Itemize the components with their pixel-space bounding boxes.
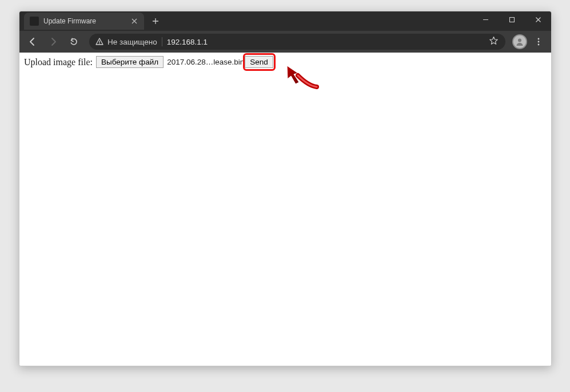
choose-file-button[interactable]: Выберите файл xyxy=(96,56,164,68)
upload-label: Upload image file: xyxy=(24,57,93,67)
titlebar: Update Firmware xyxy=(19,11,551,31)
svg-point-1 xyxy=(99,43,100,45)
browser-window: Update Firmware xyxy=(19,11,552,366)
toolbar: Не защищено 192.168.1.1 xyxy=(19,31,551,53)
security-indicator[interactable]: Не защищено xyxy=(95,37,157,46)
tab-active[interactable]: Update Firmware xyxy=(24,13,144,30)
svg-point-3 xyxy=(538,38,540,40)
svg-point-5 xyxy=(538,44,540,46)
selected-file-name: 2017.06.28…lease.bin xyxy=(167,58,244,66)
close-button[interactable] xyxy=(525,11,551,28)
svg-rect-0 xyxy=(509,18,514,22)
profile-avatar[interactable] xyxy=(512,34,527,49)
minimize-button[interactable] xyxy=(472,11,499,28)
avatar-icon xyxy=(513,35,526,48)
not-secure-label: Не защищено xyxy=(107,38,157,46)
reload-button[interactable] xyxy=(65,33,82,50)
tab-close-icon[interactable] xyxy=(130,17,138,25)
annotation-highlight: Send xyxy=(246,56,273,68)
separator xyxy=(162,37,162,46)
svg-point-2 xyxy=(518,39,521,42)
maximize-button[interactable] xyxy=(499,11,525,28)
tab-title: Update Firmware xyxy=(43,17,126,25)
upload-form: Upload image file: Выберите файл 2017.06… xyxy=(24,56,547,68)
page-content: Upload image file: Выберите файл 2017.06… xyxy=(19,53,551,366)
tabs-row: Update Firmware xyxy=(24,11,164,31)
send-button[interactable]: Send xyxy=(245,56,273,68)
back-button[interactable] xyxy=(24,33,41,50)
bookmark-icon[interactable] xyxy=(489,36,499,47)
svg-point-4 xyxy=(538,41,540,43)
menu-button[interactable] xyxy=(531,34,547,50)
forward-button[interactable] xyxy=(45,33,62,50)
new-tab-button[interactable] xyxy=(148,13,164,29)
warning-icon xyxy=(95,37,104,46)
url-text: 192.168.1.1 xyxy=(167,38,484,46)
address-bar[interactable]: Не защищено 192.168.1.1 xyxy=(89,34,505,50)
window-controls xyxy=(472,11,551,28)
tab-favicon xyxy=(30,17,39,26)
